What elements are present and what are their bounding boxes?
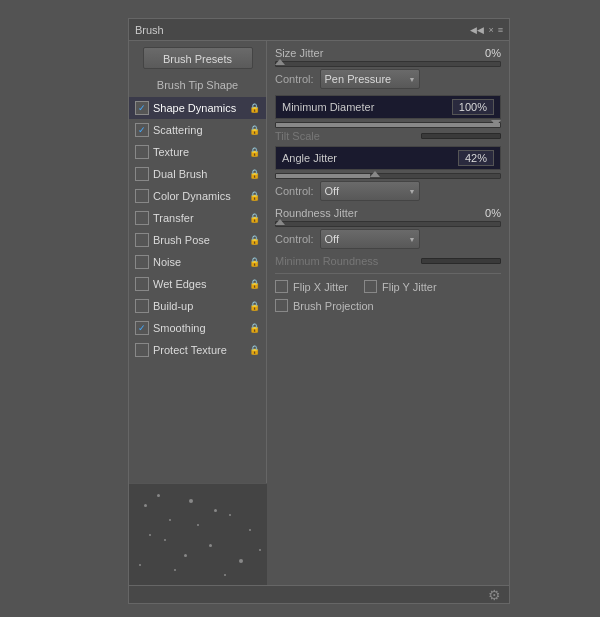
flip-y-row: Flip Y Jitter (364, 280, 437, 293)
menu-icon[interactable]: ≡ (498, 25, 503, 35)
checkbox-scattering[interactable]: ✓ (135, 123, 149, 137)
panel-title: Brush (135, 24, 164, 36)
lock-icon-wet-edges: 🔒 (249, 279, 260, 289)
checkbox-transfer[interactable] (135, 211, 149, 225)
tilt-scale-label: Tilt Scale (275, 130, 421, 142)
label-wet-edges: Wet Edges (153, 278, 247, 290)
tilt-scale-slider[interactable] (421, 133, 501, 139)
lock-icon-color-dynamics: 🔒 (249, 191, 260, 201)
sidebar-item-build-up[interactable]: Build-up 🔒 (129, 295, 266, 317)
sidebar-item-shape-dynamics[interactable]: ✓ Shape Dynamics 🔒 (129, 97, 266, 119)
label-shape-dynamics: Shape Dynamics (153, 102, 247, 114)
checkbox-wet-edges[interactable] (135, 277, 149, 291)
bottom-bar: ⚙ (129, 585, 509, 603)
slider-pointer-2 (491, 120, 501, 126)
separator-1 (275, 273, 501, 274)
roundness-jitter-row: Roundness Jitter 0% (275, 207, 501, 219)
sidebar-item-scattering[interactable]: ✓ Scattering 🔒 (129, 119, 266, 141)
panel-body: Brush Presets Brush Tip Shape ✓ Shape Dy… (129, 41, 509, 603)
tilt-scale-row: Tilt Scale (275, 130, 501, 142)
angle-jitter-slider[interactable] (275, 173, 501, 179)
sidebar-item-color-dynamics[interactable]: Color Dynamics 🔒 (129, 185, 266, 207)
roundness-jitter-slider-container (275, 221, 501, 227)
flip-x-row: Flip X Jitter (275, 280, 348, 293)
size-jitter-label: Size Jitter (275, 47, 485, 59)
label-build-up: Build-up (153, 300, 247, 312)
lock-icon-texture: 🔒 (249, 147, 260, 157)
sidebar-item-brush-pose[interactable]: Brush Pose 🔒 (129, 229, 266, 251)
control-label-3: Control: (275, 233, 314, 245)
flip-y-label: Flip Y Jitter (382, 281, 437, 293)
brush-tip-shape-label: Brush Tip Shape (129, 77, 266, 93)
checkbox-dual-brush[interactable] (135, 167, 149, 181)
checkbox-flip-x[interactable] (275, 280, 288, 293)
min-diameter-value: 100% (452, 99, 494, 115)
min-diameter-slider-container (275, 122, 501, 128)
slider-pointer-4 (275, 219, 285, 225)
slider-pointer-3 (370, 171, 380, 177)
control-label-1: Control: (275, 73, 314, 85)
label-smoothing: Smoothing (153, 322, 247, 334)
control-row-2: Control: Off Pen Pressure Fade (275, 181, 501, 201)
checkbox-noise[interactable] (135, 255, 149, 269)
control-select-wrapper-3[interactable]: Off Pen Pressure Fade (320, 229, 420, 249)
lock-icon-scattering: 🔒 (249, 125, 260, 135)
label-protect-texture: Protect Texture (153, 344, 247, 356)
sidebar-item-wet-edges[interactable]: Wet Edges 🔒 (129, 273, 266, 295)
bottom-icon: ⚙ (488, 587, 501, 603)
control-select-3[interactable]: Off Pen Pressure Fade (320, 229, 420, 249)
collapse-icon[interactable]: ◀◀ (470, 25, 484, 35)
close-icon[interactable]: × (488, 25, 493, 35)
checkbox-smoothing[interactable]: ✓ (135, 321, 149, 335)
lock-icon-protect-texture: 🔒 (249, 345, 260, 355)
checkbox-brush-projection[interactable] (275, 299, 288, 312)
slider-pointer-1 (275, 59, 285, 65)
roundness-jitter-label: Roundness Jitter (275, 207, 485, 219)
min-diameter-row: Minimum Diameter 100% (275, 95, 501, 119)
brush-presets-button[interactable]: Brush Presets (143, 47, 253, 69)
label-brush-pose: Brush Pose (153, 234, 247, 246)
angle-jitter-label: Angle Jitter (282, 152, 458, 164)
size-jitter-slider[interactable] (275, 61, 501, 67)
checkbox-protect-texture[interactable] (135, 343, 149, 357)
checkbox-flip-y[interactable] (364, 280, 377, 293)
checkbox-build-up[interactable] (135, 299, 149, 313)
panel-controls: ◀◀ × ≡ (470, 25, 503, 35)
checkbox-texture[interactable] (135, 145, 149, 159)
sidebar-item-protect-texture[interactable]: Protect Texture 🔒 (129, 339, 266, 361)
control-select-1[interactable]: Pen Pressure Off Fade Pen Tilt (320, 69, 420, 89)
lock-icon-shape-dynamics: 🔒 (249, 103, 260, 113)
size-jitter-slider-container (275, 61, 501, 67)
sidebar-item-transfer[interactable]: Transfer 🔒 (129, 207, 266, 229)
control-select-wrapper-1[interactable]: Pen Pressure Off Fade Pen Tilt (320, 69, 420, 89)
control-select-2[interactable]: Off Pen Pressure Fade (320, 181, 420, 201)
angle-jitter-slider-container (275, 173, 501, 179)
control-select-wrapper-2[interactable]: Off Pen Pressure Fade (320, 181, 420, 201)
min-roundness-slider[interactable] (421, 258, 501, 264)
checkbox-shape-dynamics[interactable]: ✓ (135, 101, 149, 115)
sidebar-item-dual-brush[interactable]: Dual Brush 🔒 (129, 163, 266, 185)
size-jitter-value: 0% (485, 47, 501, 59)
min-diameter-label: Minimum Diameter (282, 101, 452, 113)
sidebar-item-smoothing[interactable]: ✓ Smoothing 🔒 (129, 317, 266, 339)
roundness-jitter-slider[interactable] (275, 221, 501, 227)
checkbox-color-dynamics[interactable] (135, 189, 149, 203)
label-dual-brush: Dual Brush (153, 168, 247, 180)
sidebar-item-noise[interactable]: Noise 🔒 (129, 251, 266, 273)
brush-panel: Brush ◀◀ × ≡ Brush Presets Brush Tip Sha… (128, 18, 510, 604)
min-diameter-slider[interactable] (275, 122, 501, 128)
checkbox-brush-pose[interactable] (135, 233, 149, 247)
flip-x-label: Flip X Jitter (293, 281, 348, 293)
control-row-1: Control: Pen Pressure Off Fade Pen Tilt (275, 69, 501, 89)
sidebar-item-texture[interactable]: Texture 🔒 (129, 141, 266, 163)
control-label-2: Control: (275, 185, 314, 197)
angle-jitter-row: Angle Jitter 42% (275, 146, 501, 170)
label-noise: Noise (153, 256, 247, 268)
size-jitter-row: Size Jitter 0% (275, 47, 501, 59)
brush-projection-label: Brush Projection (293, 300, 374, 312)
label-texture: Texture (153, 146, 247, 158)
min-roundness-label: Minimum Roundness (275, 255, 421, 267)
lock-icon-build-up: 🔒 (249, 301, 260, 311)
brush-projection-row: Brush Projection (275, 299, 501, 312)
label-transfer: Transfer (153, 212, 247, 224)
